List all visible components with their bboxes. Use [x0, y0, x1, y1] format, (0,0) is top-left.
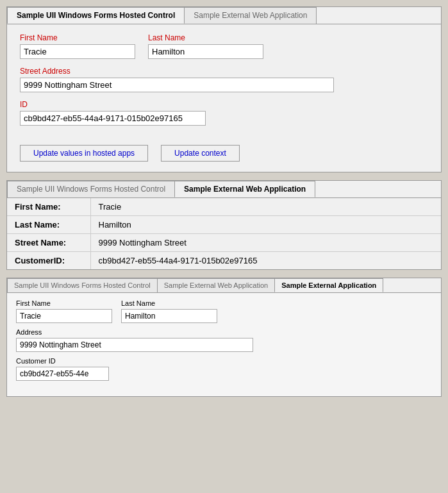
p3-customer-id-input[interactable]	[16, 367, 109, 381]
p3-customer-id-label: Customer ID	[16, 357, 109, 365]
street-input[interactable]	[20, 78, 334, 92]
table-row: Street Name: 9999 Nottingham Street	[7, 234, 441, 252]
panel-1: Sample UII Windows Forms Hosted Control …	[6, 6, 442, 172]
p3-address-row: Address	[16, 328, 432, 352]
p3-customer-id-row: Customer ID	[16, 357, 432, 381]
last-name-input[interactable]	[148, 44, 263, 59]
first-name-label: First Name	[20, 33, 135, 42]
tab-1-external-web[interactable]: Sample External Web Application	[184, 7, 317, 24]
tab-2-uii-forms[interactable]: Sample UII Windows Forms Hosted Control	[7, 181, 175, 197]
id-label: ID	[20, 100, 206, 109]
name-row: First Name Last Name	[20, 33, 428, 59]
first-name-input[interactable]	[20, 44, 135, 59]
panel-2-tabs: Sample UII Windows Forms Hosted Control …	[7, 181, 441, 198]
tab-2-external-web[interactable]: Sample External Web Application	[174, 181, 315, 197]
button-row: Update values in hosted apps Update cont…	[20, 138, 428, 162]
row-value-firstname: Tracie	[90, 198, 441, 216]
tab-3-uii-forms[interactable]: Sample UII Windows Forms Hosted Control	[7, 278, 158, 292]
table-row: CustomerID: cb9bd427-eb55-44a4-9171-015b…	[7, 252, 441, 270]
tab-3-external-app[interactable]: Sample External Application	[274, 278, 383, 292]
row-label-lastname: Last Name:	[7, 216, 90, 234]
row-value-customerid: cb9bd427-eb55-44a4-9171-015b02e97165	[90, 252, 441, 270]
panel-2: Sample UII Windows Forms Hosted Control …	[6, 180, 442, 270]
first-name-group: First Name	[20, 33, 135, 59]
row-label-customerid: CustomerID:	[7, 252, 90, 270]
last-name-label: Last Name	[148, 33, 263, 42]
data-table: First Name: Tracie Last Name: Hamilton S…	[7, 198, 441, 269]
panel-2-content: First Name: Tracie Last Name: Hamilton S…	[7, 198, 441, 269]
p3-address-label: Address	[16, 328, 253, 336]
panel-3-content: First Name Last Name Address Customer ID	[7, 293, 441, 396]
last-name-group: Last Name	[148, 33, 263, 59]
p3-name-row: First Name Last Name	[16, 299, 432, 323]
update-apps-button[interactable]: Update values in hosted apps	[20, 145, 148, 162]
panel-1-content: First Name Last Name Street Address ID U…	[7, 24, 441, 172]
row-label-firstname: First Name:	[7, 198, 90, 216]
id-group: ID	[20, 100, 206, 126]
street-group: Street Address	[20, 67, 334, 92]
table-row: First Name: Tracie	[7, 198, 441, 216]
p3-first-name-input[interactable]	[16, 309, 112, 323]
table-row: Last Name: Hamilton	[7, 216, 441, 234]
p3-first-name-group: First Name	[16, 299, 112, 323]
tab-3-external-web[interactable]: Sample External Web Application	[157, 278, 275, 292]
id-row: ID	[20, 100, 428, 126]
id-input[interactable]	[20, 111, 206, 126]
p3-last-name-label: Last Name	[121, 299, 217, 307]
panel-3: Sample UII Windows Forms Hosted Control …	[6, 278, 442, 397]
p3-last-name-input[interactable]	[121, 309, 217, 323]
p3-address-input[interactable]	[16, 338, 253, 352]
panel-3-tabs: Sample UII Windows Forms Hosted Control …	[7, 278, 441, 293]
street-row: Street Address	[20, 67, 428, 92]
tab-1-uii-forms[interactable]: Sample UII Windows Forms Hosted Control	[7, 7, 185, 24]
p3-address-group: Address	[16, 328, 253, 352]
row-value-street: 9999 Nottingham Street	[90, 234, 441, 252]
panel-1-tabs: Sample UII Windows Forms Hosted Control …	[7, 7, 441, 24]
p3-first-name-label: First Name	[16, 299, 112, 307]
row-value-lastname: Hamilton	[90, 216, 441, 234]
row-label-street: Street Name:	[7, 234, 90, 252]
street-label: Street Address	[20, 67, 334, 76]
p3-customer-id-group: Customer ID	[16, 357, 109, 381]
p3-last-name-group: Last Name	[121, 299, 217, 323]
update-context-button[interactable]: Update context	[161, 145, 240, 162]
